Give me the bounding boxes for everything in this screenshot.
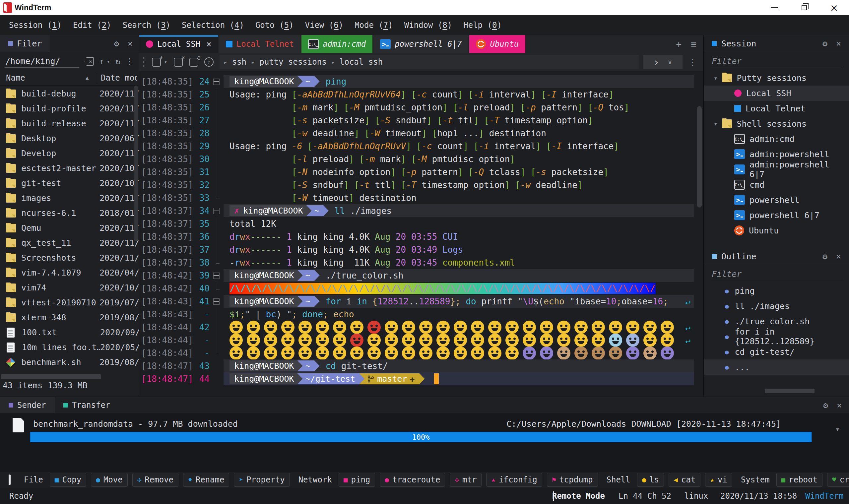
new-tab-icon[interactable]: + <box>676 39 682 50</box>
file-row-vttest-20190710[interactable]: vttest-201907102019/07/ <box>0 295 139 310</box>
transfer-tab[interactable]: Transfer <box>55 397 119 413</box>
menu-item-view[interactable]: View (6) <box>300 15 349 35</box>
terminal-tab-local-telnet[interactable]: Local Telnet <box>219 35 301 53</box>
refresh-icon[interactable]: ↻ <box>115 57 120 66</box>
terminal-more-icon[interactable]: ⋮ <box>686 57 699 67</box>
filer-horizontal-scrollbar[interactable] <box>1 374 101 379</box>
quick-launch-icon[interactable] <box>8 474 11 485</box>
terminal-tab-powershell-6-7[interactable]: >powershell 6|7 <box>374 35 468 53</box>
file-row-git-test[interactable]: git-test2020/10/ <box>0 176 139 191</box>
fold-marker[interactable] <box>210 269 223 282</box>
menu-item-selection[interactable]: Selection (4) <box>176 15 250 35</box>
file-row-build-debug[interactable]: build-debug2020/11/ <box>0 86 139 101</box>
transfer-dropdown-icon[interactable]: ▾ <box>835 425 840 433</box>
outline-item-2[interactable]: ●ll ./images <box>704 299 849 314</box>
outline-filter-input[interactable] <box>711 267 842 281</box>
toolbar-button-move[interactable]: ●Move <box>91 473 127 487</box>
chevron-down-icon[interactable]: ▾ <box>714 74 717 82</box>
session-settings-icon[interactable]: ⚙ <box>823 39 828 49</box>
menu-item-goto[interactable]: Goto (5) <box>250 15 300 35</box>
file-row-ncurses-6-1[interactable]: ncurses-6.12018/01/ <box>0 205 139 220</box>
file-row-qemu[interactable]: Qemu2020/11/ <box>0 220 139 235</box>
fold-marker[interactable] <box>210 204 223 217</box>
filer-path-input[interactable] <box>5 55 79 68</box>
menu-item-search[interactable]: Search (3) <box>117 15 177 35</box>
outline-item-1[interactable]: ●ping <box>704 283 849 299</box>
toolbar-button-ls[interactable]: ●ls <box>637 473 664 487</box>
transfer-settings-icon[interactable]: ⚙ <box>823 400 828 410</box>
toolbar-button-vi[interactable]: ★vi <box>705 473 732 487</box>
file-row-screenshots[interactable]: Screenshots2020/11/ <box>0 250 139 265</box>
session-item-cmd[interactable]: C:\_cmd <box>704 177 849 192</box>
terminal-tab-ubuntu[interactable]: Ubuntu <box>469 35 525 53</box>
session-close-icon[interactable]: × <box>836 39 841 49</box>
outline-item-6[interactable]: ●... <box>704 359 849 375</box>
session-item-powershell[interactable]: >powershell <box>704 192 849 208</box>
outline-settings-icon[interactable]: ⚙ <box>823 252 828 261</box>
session-item-local-telnet[interactable]: Local Telnet <box>704 101 849 116</box>
filer-close-icon[interactable]: × <box>128 39 133 49</box>
column-header-date[interactable]: Date mod <box>101 73 137 83</box>
file-row-desktop[interactable]: Desktop2020/06/ <box>0 131 139 146</box>
menu-item-window[interactable]: Window (8) <box>399 15 458 35</box>
toolbar-button-tcpdump[interactable]: ⚑tcpdump <box>547 473 598 487</box>
drag-handle-icon[interactable] <box>143 57 145 67</box>
restore-button[interactable] <box>789 0 819 15</box>
session-item-ubuntu[interactable]: Ubuntu <box>704 223 849 238</box>
file-row-100-txt[interactable]: 100.txt2020/09/ <box>0 325 139 340</box>
terminal-tab-admin-cmd[interactable]: C:\_admin:cmd <box>302 35 373 53</box>
detach-session-icon[interactable]: o <box>189 58 198 67</box>
filer-settings-icon[interactable]: ⚙ <box>114 39 119 49</box>
file-row-benchmark-sh[interactable]: benchmark.sh2019/08/ <box>0 355 139 370</box>
session-item-local-ssh[interactable]: Local SSH <box>704 86 849 101</box>
session-item-putty-sessions[interactable]: ▾Putty sessions <box>704 70 849 86</box>
clear-path-icon[interactable]: × <box>85 57 94 66</box>
fold-marker[interactable] <box>210 75 223 88</box>
toolbar-button-cat[interactable]: ◀cat <box>669 473 700 487</box>
menu-item-help[interactable]: Help (0) <box>458 15 507 35</box>
breadcrumb-item-ssh[interactable]: ssh <box>232 57 246 67</box>
close-tab-icon[interactable]: × <box>206 39 212 49</box>
file-row-vim-7-4-1079[interactable]: vim-7.4.10792020/04/ <box>0 265 139 280</box>
filer-vertical-scrollbar[interactable] <box>134 86 138 241</box>
path-dropdown-icon[interactable]: ▾ <box>107 58 110 65</box>
session-item-shell-sessions[interactable]: ▾Shell sessions <box>704 116 849 131</box>
menu-item-edit[interactable]: Edit (2) <box>67 15 117 35</box>
chevron-down-icon[interactable]: ▾ <box>714 120 717 127</box>
info-icon[interactable]: i <box>204 57 214 67</box>
session-item-powershell-6-7[interactable]: >powershell 6|7 <box>704 208 849 223</box>
menu-item-session[interactable]: Session (1) <box>3 15 67 35</box>
toolbar-button-crontab[interactable]: ♥crontab <box>827 473 849 487</box>
status-cursor-position[interactable]: Ln 44 Ch 52 <box>618 491 671 501</box>
file-row-build-release[interactable]: build-release2020/11/ <box>0 116 139 131</box>
session-item-admin-cmd[interactable]: C:\_admin:cmd <box>704 131 849 147</box>
file-row-vim74[interactable]: vim742020/10/ <box>0 280 139 295</box>
column-divider[interactable] <box>97 72 97 83</box>
file-row-xterm-348[interactable]: xterm-3482019/08/ <box>0 310 139 325</box>
file-row-images[interactable]: images2020/11/ <box>0 191 139 205</box>
new-session-dropdown-icon[interactable]: ▾ <box>164 59 167 65</box>
fold-marker[interactable] <box>210 295 223 308</box>
breadcrumb-item-local-ssh[interactable]: local ssh <box>340 57 383 67</box>
toolbar-button-rename[interactable]: ♦Rename <box>183 473 229 487</box>
toolbar-button-remove[interactable]: ✣Remove <box>132 473 178 487</box>
outline-scrollbar[interactable] <box>765 389 814 393</box>
file-row-qx-test-11[interactable]: qx_test_112020/11/ <box>0 235 139 250</box>
session-item-admin-powershell-6-7[interactable]: >admin:powershell 6|7 <box>704 162 849 177</box>
filer-panel-tab[interactable]: Filer <box>0 35 50 52</box>
status-os[interactable]: linux <box>684 491 708 501</box>
terminal-tab-local-ssh[interactable]: Local SSH× <box>139 35 218 53</box>
session-filter-input[interactable] <box>711 54 842 68</box>
minimize-button[interactable] <box>759 0 789 15</box>
toolbar-button-reboot[interactable]: ■reboot <box>776 473 823 487</box>
file-row-develop[interactable]: Develop2020/11/ <box>0 146 139 161</box>
new-session-icon[interactable]: + <box>152 58 161 67</box>
filer-more-icon[interactable]: ⋮ <box>126 57 134 66</box>
run-dropdown-icon[interactable]: ∨ <box>668 58 672 66</box>
file-row-10m-lines-foo-t[interactable]: 10m_lines_foo.t…2020/05/ <box>0 340 139 355</box>
menu-item-mode[interactable]: Mode (7) <box>349 15 399 35</box>
transfer-close-icon[interactable]: × <box>837 400 842 410</box>
terminal-screen[interactable]: [18:48:35]24king@MACBOOK~ping[18:48:35]2… <box>139 71 703 397</box>
outline-item-4[interactable]: ●for i in {128512..128589} <box>704 329 849 344</box>
toolbar-button-ifconfig[interactable]: ★ifconfig <box>486 473 542 487</box>
